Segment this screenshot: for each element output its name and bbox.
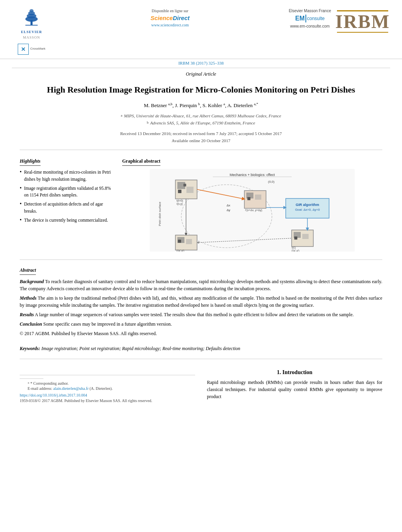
- em-france-text: Elsevier Masson France: [289, 9, 331, 13]
- em-consulte-section: Elsevier Masson France EM consulte www.e…: [289, 7, 331, 28]
- intro-section-num: 1.: [277, 369, 281, 375]
- doi-link[interactable]: https://doi.org/10.1016/j.irbm.2017.10.0…: [20, 391, 195, 397]
- list-item: • Real-time monitoring of micro-colonies…: [20, 169, 114, 183]
- two-column-section: * * Corresponding author. E-mail address…: [20, 363, 382, 403]
- highlights-title: Highlights: [20, 158, 41, 166]
- affiliation-b-text: Advencis SAS, 5, Allée de l'Europe, 6719…: [150, 120, 255, 127]
- affiliations: a MIPS, Université de Haute-Alsace, 61, …: [20, 110, 382, 128]
- irbm-logo-section: IRBM: [335, 7, 390, 33]
- svg-rect-13: [186, 187, 194, 193]
- right-column: 1. Introduction Rapid microbiology metho…: [207, 367, 382, 403]
- svg-text:Mechanics + biologics: cffect: Mechanics + biologics: cffect: [230, 173, 275, 177]
- highlight-text-3: Detection of acquisition defects and of …: [24, 201, 114, 215]
- introduction-title: 1. Introduction: [207, 367, 382, 379]
- graphical-abstract-svg: Mechanics + biologics: cffect Petri dish…: [122, 169, 382, 252]
- footer-section: * * Corresponding author. E-mail address…: [20, 375, 195, 403]
- bullet-icon: •: [20, 169, 22, 176]
- footnote-star: *: [28, 382, 30, 386]
- irbm-title: IRBM: [335, 12, 390, 31]
- article-title: High Resolution Image Registration for M…: [20, 79, 382, 100]
- svg-text:I'(x+Δx, y+Δy): I'(x+Δx, y+Δy): [245, 209, 262, 212]
- svg-rect-5: [25, 25, 37, 26]
- svg-text:Petri dish surface: Petri dish surface: [158, 202, 162, 226]
- results-label: Results: [20, 312, 34, 317]
- elsevier-text: ELSEVIER: [21, 30, 42, 34]
- conclusion-label: Conclusion: [20, 321, 42, 327]
- graphical-abstract-column: Graphical abstract Mechanics + biologics…: [122, 158, 382, 252]
- introduction-text: Rapid microbiology methods (RMMs) can pr…: [207, 379, 382, 400]
- svg-text:GIR algorithm: GIR algorithm: [296, 203, 319, 207]
- svg-rect-21: [178, 240, 181, 243]
- footnote-line: [20, 378, 43, 379]
- svg-point-4: [30, 9, 34, 13]
- svg-rect-15: [184, 184, 186, 186]
- svg-rect-20: [186, 239, 192, 244]
- svg-rect-30: [248, 197, 250, 200]
- bullet-icon: •: [20, 185, 22, 192]
- sciencedirect-section: Disponible en ligne sur ScienceDirect ww…: [55, 7, 285, 27]
- abstract-text: Background To reach faster diagnosis of …: [20, 278, 382, 337]
- abstract-background: Background To reach faster diagnosis of …: [20, 278, 382, 292]
- abstract-section: Abstract Background To reach faster diag…: [20, 264, 382, 343]
- left-column: * * Corresponding author. E-mail address…: [20, 367, 195, 403]
- article-type-label: Original Article: [186, 71, 216, 77]
- list-item: • Detection of acquisition defects and o…: [20, 201, 114, 215]
- bullet-icon: •: [20, 201, 22, 208]
- sciencedirect-url[interactable]: www.sciencedirect.com: [151, 23, 189, 27]
- email-link[interactable]: alain.dieterlen@uha.fr: [53, 386, 89, 391]
- journal-info-bar: IRBM 38 (2017) 325–338: [0, 59, 402, 68]
- received-dates: Received 13 December 2016; received in r…: [20, 128, 382, 146]
- irbm-line-bottom: [337, 32, 388, 33]
- list-item: • Image registration algorithm validated…: [20, 185, 114, 199]
- abstract-results: Results A large number of image sequence…: [20, 311, 382, 318]
- em-consulte-logo: EM consulte: [295, 15, 325, 22]
- highlights-list: • Real-time monitoring of micro-colonies…: [20, 169, 114, 224]
- highlights-graphical-section: Highlights • Real-time monitoring of mic…: [20, 154, 382, 256]
- crossmark-icon[interactable]: ✕: [18, 44, 29, 55]
- highlight-text-1: Real-time monitoring of micro-colonies i…: [24, 169, 114, 183]
- svg-rect-37: [302, 234, 309, 239]
- svg-text:(0,0): (0,0): [268, 180, 275, 184]
- keywords-section: Keywords: Image registration; Point set …: [20, 343, 382, 355]
- svg-text:I'(x',y'): I'(x',y'): [292, 249, 300, 252]
- bullet-icon: •: [20, 217, 22, 224]
- main-content: High Resolution Image Registration for M…: [0, 79, 402, 403]
- keywords-label: Keywords:: [20, 346, 40, 351]
- divider-2: [20, 260, 382, 260]
- publisher-logos: ELSEVIER MASSON ✕ CrossMark: [12, 7, 51, 55]
- svg-text:I(c): I(c): [292, 246, 296, 249]
- article-type: Original Article: [0, 68, 402, 79]
- masson-text: MASSON: [23, 35, 40, 39]
- highlights-column: Highlights • Real-time monitoring of mic…: [20, 158, 114, 252]
- email-line: E-mail address: alain.dieterlen@uha.fr (…: [20, 386, 195, 391]
- svg-rect-14: [178, 190, 181, 193]
- available-text: Available online 20 October 2017: [20, 137, 382, 145]
- journal-info-text: IRBM 38 (2017) 325–338: [178, 61, 223, 65]
- em-consulte-url[interactable]: www.em-consulte.com: [290, 24, 329, 28]
- background-label: Background: [20, 279, 44, 284]
- abstract-copyright: © 2017 AGBM. Published by Elsevier Masso…: [20, 330, 382, 337]
- corresponding-author: * * Corresponding author.: [20, 381, 195, 386]
- authors-line: M. Betzner a,b, J. Pierquin b, S. Kohler…: [20, 100, 382, 110]
- graphical-abstract-diagram: Mechanics + biologics: cffect Petri dish…: [122, 169, 382, 252]
- list-item: • The device is currently being commerci…: [20, 217, 114, 224]
- page: ELSEVIER MASSON ✕ CrossMark Disponible e…: [0, 0, 402, 532]
- svg-text:Goal: Δx=0, Δy=0: Goal: Δx=0, Δy=0: [295, 208, 320, 211]
- footer-copyright: 1959-0318/© 2017 AGBM. Published by Else…: [20, 397, 195, 403]
- abstract-conclusion: Conclusion Some specific cases may be im…: [20, 321, 382, 328]
- header: ELSEVIER MASSON ✕ CrossMark Disponible e…: [0, 0, 402, 59]
- affiliation-b: b Advencis SAS, 5, Allée de l'Europe, 67…: [51, 120, 351, 127]
- svg-text:t(t=0): t(t=0): [177, 199, 183, 202]
- email-person: (A. Dieterlen).: [89, 386, 113, 391]
- svg-rect-29: [255, 195, 261, 200]
- intro-title-text: Introduction: [283, 369, 313, 375]
- svg-text:Δx: Δx: [227, 204, 230, 207]
- svg-text:I'(x',y'): I'(x',y'): [177, 249, 184, 252]
- abstract-methods: Methods The aim is to keep the tradition…: [20, 295, 382, 309]
- abstract-title: Abstract: [20, 267, 36, 275]
- corresponding-label: * Corresponding author.: [30, 381, 69, 386]
- divider-1: [20, 150, 382, 150]
- affiliation-a-text: MIPS, Université de Haute-Alsace, 61, ru…: [124, 113, 281, 120]
- svg-rect-38: [294, 237, 297, 239]
- svg-text:I(x,y): I(x,y): [177, 202, 183, 206]
